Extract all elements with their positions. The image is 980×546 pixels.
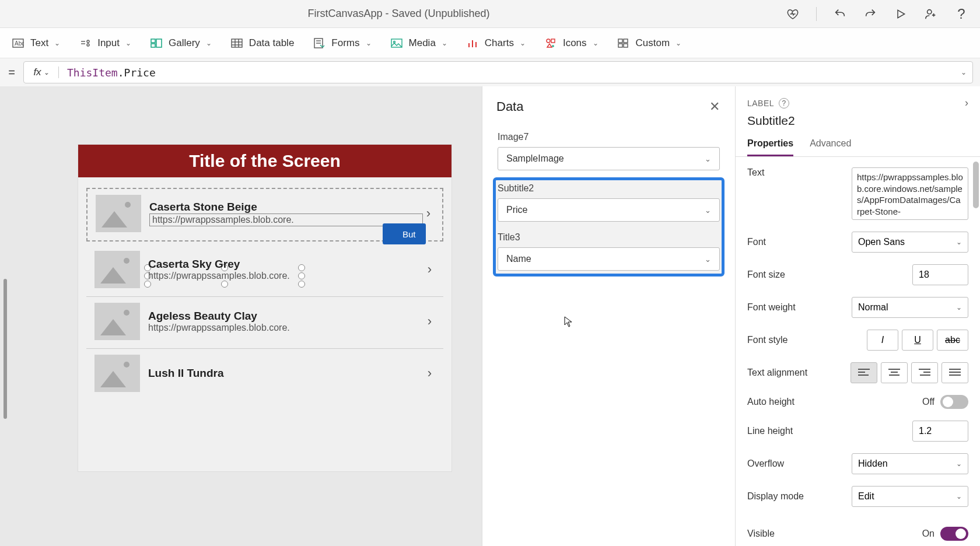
ribbon-forms[interactable]: Forms⌄ xyxy=(313,37,371,50)
help-icon[interactable]: ? xyxy=(954,7,968,21)
formula-rest: .Price xyxy=(118,66,156,79)
underline-button[interactable]: U xyxy=(902,330,933,351)
prop-overflow-select[interactable]: Hidden⌄ xyxy=(852,453,968,474)
item-title[interactable]: Caserta Stone Beige xyxy=(149,201,423,214)
item-title: Ageless Beauty Clay xyxy=(148,310,424,323)
formula-input[interactable]: ThisItem.Price xyxy=(59,66,955,79)
chevron-down-icon: ⌄ xyxy=(593,39,598,47)
prop-line-height-input[interactable]: 1.2 xyxy=(912,421,968,442)
chevron-right-icon[interactable]: › xyxy=(423,206,434,221)
field-dropdown-title3[interactable]: Name⌄ xyxy=(498,247,720,271)
undo-icon[interactable] xyxy=(833,7,847,21)
charts-icon xyxy=(466,37,479,50)
prop-label-font: Font xyxy=(747,237,766,247)
ribbon-icons[interactable]: Icons⌄ xyxy=(544,37,598,50)
svg-marker-0 xyxy=(898,10,905,18)
prop-label-font-style: Font style xyxy=(747,335,788,345)
field-dropdown-subtitle2[interactable]: Price⌄ xyxy=(498,198,720,222)
help-icon[interactable]: ? xyxy=(779,98,789,108)
health-icon[interactable] xyxy=(786,7,800,21)
gallery-control[interactable]: Caserta Stone Beige https://pwrappssampl… xyxy=(78,177,452,400)
svg-rect-8 xyxy=(151,39,155,43)
item-subtitle[interactable]: https://pwrappssamples.blob.core. xyxy=(149,214,423,226)
formula-bar: = fx⌄ ThisItem.Price ⌄ xyxy=(0,58,980,86)
properties-list[interactable]: Text https://pwrappssamples.blob.core.wi… xyxy=(736,157,980,546)
chevron-down-icon: ⌄ xyxy=(956,492,962,501)
screen-title: Title of the Screen xyxy=(78,145,452,177)
ribbon-data-table[interactable]: Data table xyxy=(230,37,295,50)
gallery-item[interactable]: Ageless Beauty Clay https://pwrappssampl… xyxy=(86,297,443,349)
tab-properties[interactable]: Properties xyxy=(747,138,793,156)
ribbon-text-label: Text xyxy=(30,37,48,49)
prop-font-select[interactable]: Open Sans⌄ xyxy=(852,232,968,253)
fx-dropdown[interactable]: fx⌄ xyxy=(24,66,59,78)
prop-label-text-align: Text alignment xyxy=(747,368,807,378)
formula-expand[interactable]: ⌄ xyxy=(955,68,972,76)
screen-preview[interactable]: Title of the Screen Caserta Stone Beige … xyxy=(78,145,452,471)
svg-rect-9 xyxy=(151,44,155,47)
text-align-group xyxy=(850,362,968,383)
prop-label-text: Text xyxy=(747,167,764,178)
align-justify-button[interactable] xyxy=(942,362,968,383)
button-label: But xyxy=(402,229,416,239)
prop-font-weight-select[interactable]: Normal⌄ xyxy=(852,297,968,318)
align-left-button[interactable] xyxy=(850,362,877,383)
ribbon-charts[interactable]: Charts⌄ xyxy=(466,37,526,50)
svg-rect-27 xyxy=(618,44,622,47)
field-label: Title3 xyxy=(498,232,720,243)
button-control-partial[interactable]: But xyxy=(383,223,426,244)
ribbon-data-table-label: Data table xyxy=(249,37,295,49)
title-actions: ? xyxy=(786,7,968,21)
chevron-right-icon[interactable]: › xyxy=(424,262,435,277)
prop-display-mode-select[interactable]: Edit⌄ xyxy=(852,486,968,507)
ribbon-media[interactable]: Media⌄ xyxy=(390,37,447,50)
prop-label-auto-height: Auto height xyxy=(747,397,794,407)
align-right-button[interactable] xyxy=(911,362,938,383)
data-table-icon xyxy=(230,37,243,50)
chevron-down-icon: ⌄ xyxy=(956,303,962,312)
ribbon-media-label: Media xyxy=(409,37,436,49)
play-icon[interactable] xyxy=(894,7,908,21)
item-image[interactable] xyxy=(94,251,140,288)
share-icon[interactable] xyxy=(924,7,938,21)
item-title: Lush II Tundra xyxy=(148,367,424,380)
chevron-right-icon[interactable]: › xyxy=(965,97,968,109)
prop-text-value[interactable]: https://pwrappssamples.blob.core.windows… xyxy=(852,167,968,220)
chevron-right-icon[interactable]: › xyxy=(424,314,435,329)
redo-icon[interactable] xyxy=(863,7,877,21)
italic-button[interactable]: I xyxy=(867,330,898,351)
formula-thisitem: ThisItem xyxy=(67,66,118,79)
strikethrough-button[interactable]: abc xyxy=(937,330,968,351)
forms-icon xyxy=(313,37,326,50)
tab-advanced[interactable]: Advanced xyxy=(810,138,851,156)
ribbon-text[interactable]: Abc Text⌄ xyxy=(12,37,60,50)
scrollbar-thumb[interactable] xyxy=(973,162,979,208)
prop-font-size-input[interactable]: 18 xyxy=(912,264,968,285)
ribbon-icons-label: Icons xyxy=(563,37,587,49)
item-image[interactable] xyxy=(94,303,140,340)
ribbon-custom-label: Custom xyxy=(636,37,670,49)
auto-height-toggle[interactable] xyxy=(940,395,968,409)
ribbon-gallery[interactable]: Gallery⌄ xyxy=(150,37,212,50)
chevron-down-icon: ⌄ xyxy=(54,39,60,47)
ribbon-input-label: Input xyxy=(97,37,120,49)
mouse-cursor-icon xyxy=(564,316,573,331)
chevron-down-icon: ⌄ xyxy=(956,238,962,246)
close-icon[interactable]: ✕ xyxy=(709,99,720,114)
chevron-right-icon[interactable]: › xyxy=(424,366,435,381)
prop-label-font-size: Font size xyxy=(747,270,785,280)
gallery-item[interactable]: Caserta Sky Grey https://pwrappssamples.… xyxy=(86,245,443,297)
ribbon-custom[interactable]: Custom⌄ xyxy=(617,37,682,50)
ribbon-gallery-label: Gallery xyxy=(169,37,200,49)
dropdown-value: Name xyxy=(506,254,531,264)
item-image[interactable] xyxy=(96,195,141,232)
field-dropdown-image7[interactable]: SampleImage⌄ xyxy=(498,147,720,170)
ribbon-input[interactable]: Input⌄ xyxy=(79,37,131,50)
prop-label-line-height: Line height xyxy=(747,426,793,436)
item-image[interactable] xyxy=(94,355,140,392)
gallery-item[interactable]: Lush II Tundra › xyxy=(86,349,443,400)
left-scrollbar[interactable] xyxy=(0,86,9,546)
align-center-button[interactable] xyxy=(881,362,908,383)
visible-toggle[interactable] xyxy=(940,527,968,541)
media-icon xyxy=(390,37,403,50)
